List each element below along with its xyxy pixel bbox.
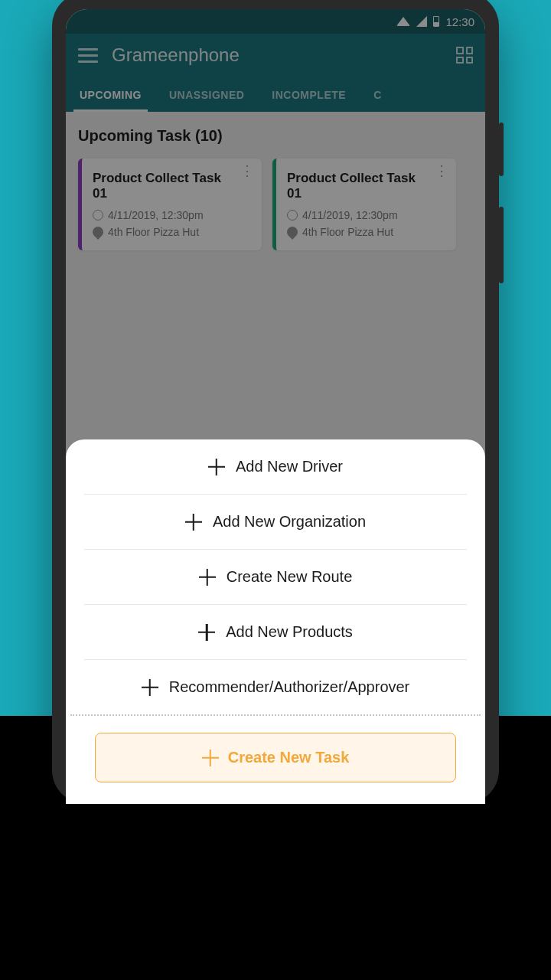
action-sheet: Add New Driver Add New Organization Crea…: [66, 439, 485, 804]
plus-icon: [208, 459, 225, 475]
sheet-item-label: Add New Driver: [236, 458, 343, 475]
plus-icon: [198, 624, 215, 641]
sheet-add-organization[interactable]: Add New Organization: [84, 495, 467, 550]
phone-frame: 12:30 Grameenphone UPCOMING UNASSIGNED I…: [52, 0, 499, 804]
sheet-item-label: Add New Organization: [213, 513, 366, 531]
sheet-add-products[interactable]: Add New Products: [84, 605, 467, 660]
plus-icon: [199, 569, 216, 586]
screen: 12:30 Grameenphone UPCOMING UNASSIGNED I…: [66, 9, 485, 804]
sheet-recommender[interactable]: Recommender/Authorizer/Approver: [84, 660, 467, 714]
sheet-create-route[interactable]: Create New Route: [84, 550, 467, 605]
plus-icon: [202, 750, 219, 766]
plus-icon: [142, 679, 158, 696]
sheet-item-label: Add New Products: [226, 623, 353, 641]
primary-button-label: Create New Task: [228, 749, 350, 766]
sheet-add-driver[interactable]: Add New Driver: [84, 439, 467, 495]
sheet-item-label: Create New Route: [227, 568, 353, 586]
plus-icon: [185, 514, 202, 531]
create-new-task-button[interactable]: Create New Task: [95, 733, 456, 782]
sheet-item-label: Recommender/Authorizer/Approver: [169, 678, 410, 696]
